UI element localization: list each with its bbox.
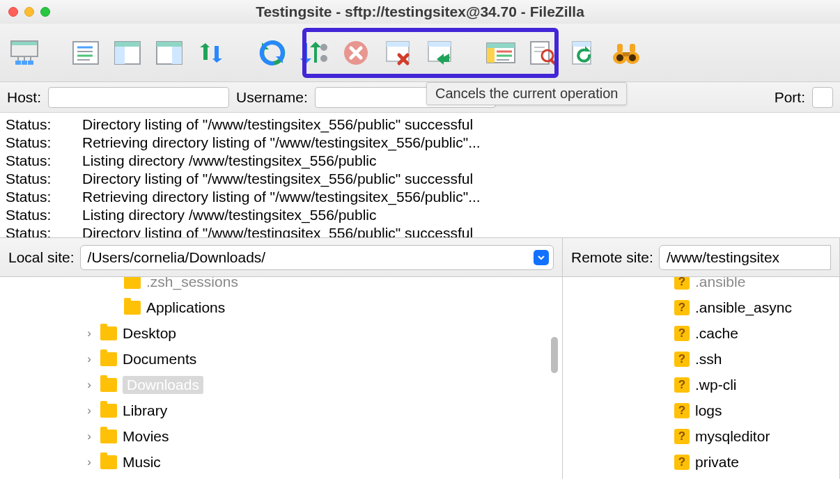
tooltip: Cancels the current operation: [426, 82, 627, 105]
close-window-button[interactable]: [8, 7, 18, 17]
svg-rect-8: [73, 42, 98, 64]
svg-rect-14: [115, 42, 140, 47]
svg-point-48: [629, 54, 636, 61]
titlebar: Testingsite - sftp://testingsitex@34.70 …: [0, 0, 840, 24]
tree-item[interactable]: ?.ssh: [563, 346, 839, 372]
unknown-folder-icon: ?: [674, 377, 690, 393]
unknown-folder-icon: ?: [674, 277, 690, 290]
site-manager-button[interactable]: [6, 34, 43, 72]
host-label: Host:: [7, 89, 41, 106]
tree-item[interactable]: Applications: [0, 294, 562, 320]
remote-site-bar: Remote site: /www/testingsitex: [563, 238, 839, 277]
tree-item-selected[interactable]: ›Downloads: [0, 372, 562, 397]
toggle-remote-tree-button[interactable]: [150, 34, 188, 72]
svg-rect-20: [215, 46, 219, 58]
tree-item[interactable]: ›Documents: [0, 346, 562, 372]
svg-rect-31: [428, 42, 451, 47]
binoculars-button[interactable]: [607, 34, 645, 72]
remote-tree[interactable]: ?.ansible ?.ansible_async ?.cache ?.ssh …: [563, 277, 839, 479]
port-label: Port:: [775, 89, 805, 106]
svg-rect-51: [623, 52, 630, 56]
tree-item[interactable]: ?.ansible_async: [563, 294, 839, 320]
traffic-lights: [8, 7, 50, 17]
reconnect-button[interactable]: [421, 34, 458, 72]
username-label: Username:: [236, 89, 308, 106]
disconnect-button[interactable]: [379, 34, 417, 72]
file-search-button[interactable]: [524, 34, 561, 72]
svg-rect-7: [28, 61, 33, 65]
folder-icon: [100, 352, 117, 366]
toggle-local-tree-button[interactable]: [109, 34, 146, 72]
svg-rect-6: [22, 61, 27, 65]
log-line: Status:Directory listing of "/www/testin…: [6, 224, 834, 238]
log-pane[interactable]: Status:Directory listing of "/www/testin…: [0, 113, 840, 238]
toggle-log-button[interactable]: [67, 34, 104, 72]
remote-site-path: /www/testingsitex: [667, 249, 779, 266]
chevron-right-icon[interactable]: ›: [84, 352, 95, 366]
maximize-window-button[interactable]: [40, 7, 50, 17]
local-site-bar: Local site: /Users/cornelia/Downloads/: [0, 238, 562, 277]
unknown-folder-icon: ?: [674, 403, 690, 418]
cancel-button[interactable]: [337, 34, 375, 72]
tree-item[interactable]: ?.wp-cli: [563, 372, 839, 397]
log-line: Status:Retrieving directory listing of "…: [6, 188, 834, 206]
minimize-window-button[interactable]: [24, 7, 34, 17]
window-title: Testingsite - sftp://testingsitex@34.70 …: [0, 3, 840, 20]
chevron-down-icon: [534, 250, 549, 265]
auto-sync-button[interactable]: [566, 34, 603, 72]
svg-rect-15: [115, 47, 125, 64]
folder-icon: [100, 326, 117, 340]
unknown-folder-icon: ?: [674, 455, 690, 470]
svg-point-21: [320, 44, 327, 51]
svg-line-42: [551, 60, 556, 65]
svg-rect-18: [172, 47, 182, 64]
chevron-right-icon[interactable]: ›: [84, 378, 95, 392]
tree-item[interactable]: ?logs: [563, 397, 839, 423]
remote-pane: Remote site: /www/testingsitex ?.ansible…: [563, 238, 840, 479]
tree-item[interactable]: ›Movies: [0, 423, 562, 449]
svg-rect-5: [15, 61, 21, 65]
svg-rect-27: [387, 42, 409, 47]
svg-rect-44: [573, 42, 591, 47]
chevron-right-icon[interactable]: ›: [84, 326, 95, 340]
refresh-button[interactable]: [254, 34, 291, 72]
port-input[interactable]: [812, 87, 833, 108]
svg-rect-19: [203, 47, 208, 60]
synchronized-browsing-button[interactable]: [192, 34, 230, 72]
unknown-folder-icon: ?: [674, 300, 690, 315]
local-site-dropdown[interactable]: /Users/cornelia/Downloads/: [80, 245, 554, 270]
local-tree[interactable]: .zsh_sessions Applications ›Desktop ›Doc…: [0, 277, 562, 479]
local-site-label: Local site:: [8, 249, 75, 266]
tree-item[interactable]: ?.cache: [563, 320, 839, 346]
folder-icon: [124, 277, 141, 289]
chevron-right-icon[interactable]: ›: [84, 430, 95, 443]
process-queue-button[interactable]: [295, 34, 333, 72]
tree-item[interactable]: ›Desktop: [0, 320, 562, 346]
folder-icon: [124, 301, 141, 315]
svg-point-47: [616, 54, 623, 61]
log-line: Status:Retrieving directory listing of "…: [6, 134, 834, 152]
local-site-path: /Users/cornelia/Downloads/: [88, 249, 266, 266]
folder-icon: [100, 455, 117, 469]
unknown-folder-icon: ?: [674, 352, 690, 367]
directory-compare-button[interactable]: [482, 34, 520, 72]
svg-rect-49: [617, 44, 623, 52]
host-input[interactable]: [48, 87, 229, 108]
tree-item[interactable]: ?.ansible: [563, 277, 839, 294]
scrollbar-thumb[interactable]: [551, 337, 558, 373]
log-line: Status:Listing directory /www/testingsit…: [6, 206, 834, 224]
toolbar: Cancels the current operation: [0, 24, 840, 82]
tree-item[interactable]: ?mysqleditor: [563, 423, 839, 449]
tree-item[interactable]: ›Music: [0, 449, 562, 475]
tree-item[interactable]: ›Library: [0, 397, 562, 423]
svg-rect-17: [157, 42, 182, 47]
unknown-folder-icon: ?: [674, 326, 690, 341]
chevron-right-icon[interactable]: ›: [84, 404, 95, 418]
chevron-right-icon[interactable]: ›: [84, 455, 95, 469]
local-pane: Local site: /Users/cornelia/Downloads/ .…: [0, 238, 563, 479]
svg-rect-34: [487, 43, 515, 48]
tree-item[interactable]: ?private: [563, 449, 839, 475]
tree-item[interactable]: .zsh_sessions: [0, 277, 562, 294]
remote-site-dropdown[interactable]: /www/testingsitex: [659, 245, 831, 270]
log-line: Status:Directory listing of "/www/testin…: [6, 170, 834, 188]
